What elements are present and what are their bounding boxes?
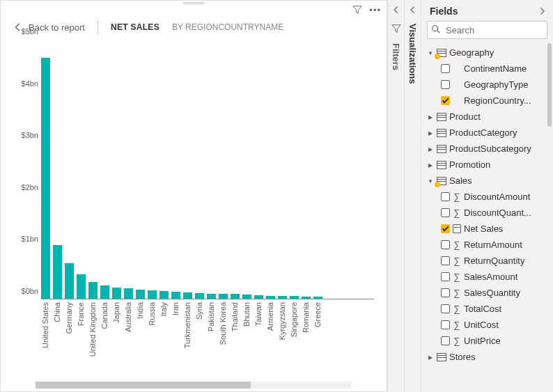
bar[interactable] xyxy=(124,288,133,299)
bar[interactable] xyxy=(65,263,74,299)
field-checkbox[interactable] xyxy=(441,288,450,297)
fields-header: Fields xyxy=(421,0,553,21)
field-checkbox[interactable] xyxy=(441,208,450,217)
bar[interactable] xyxy=(207,294,216,299)
filter-icon[interactable] xyxy=(352,5,362,15)
x-tick-label: Syria xyxy=(195,302,204,322)
bar[interactable] xyxy=(278,296,287,299)
sigma-icon: ∑ xyxy=(453,288,461,298)
field-salesAmount[interactable]: ∑SalesAmount xyxy=(421,269,553,285)
field-checkbox[interactable] xyxy=(441,96,450,105)
bar[interactable] xyxy=(195,293,204,299)
x-tick-label: Kyrgyzstan xyxy=(278,302,287,343)
bar[interactable] xyxy=(171,292,180,299)
field-discountQuant[interactable]: ∑DiscountQuant... xyxy=(421,205,553,221)
visualizations-rail[interactable]: Visualizations xyxy=(404,0,421,392)
field-checkbox[interactable] xyxy=(441,80,450,89)
field-checkbox[interactable] xyxy=(441,224,450,233)
x-tick-label: South Korea xyxy=(219,302,228,347)
bar[interactable] xyxy=(290,296,299,299)
more-options-icon[interactable]: ••• xyxy=(369,5,381,15)
field-label: DiscountQuant... xyxy=(464,207,553,218)
field-label: ReturnAmount xyxy=(464,240,553,250)
drag-handle-icon[interactable] xyxy=(183,2,204,4)
scrollbar-thumb[interactable] xyxy=(36,382,251,389)
bar[interactable] xyxy=(242,295,251,299)
field-continent[interactable]: ContinentName xyxy=(421,61,553,77)
field-checkbox[interactable] xyxy=(441,272,450,281)
table-promotion[interactable]: Promotion xyxy=(421,157,553,173)
x-tick-label: Pakistan xyxy=(207,302,216,334)
bar[interactable] xyxy=(53,245,62,299)
chevron-left-icon xyxy=(392,6,400,14)
x-tick-label: Germany xyxy=(65,302,74,336)
sigma-icon: ∑ xyxy=(453,256,461,266)
field-totalCost[interactable]: ∑TotalCost xyxy=(421,301,553,317)
x-tick-label: United States xyxy=(41,302,50,351)
bar[interactable] xyxy=(313,297,322,299)
field-label: SalesAmount xyxy=(464,272,553,282)
field-checkbox[interactable] xyxy=(441,192,450,201)
x-tick-label: Taiwan xyxy=(254,302,263,329)
bar[interactable] xyxy=(254,295,263,299)
bar[interactable] xyxy=(266,296,275,299)
field-checkbox[interactable] xyxy=(441,64,450,73)
bar[interactable] xyxy=(159,291,169,299)
bar[interactable] xyxy=(112,288,121,299)
horizontal-scrollbar[interactable] xyxy=(36,382,352,389)
field-returnQuantity[interactable]: ∑ReturnQuantity xyxy=(421,253,553,269)
bar[interactable] xyxy=(219,294,228,299)
field-region[interactable]: RegionCountry... xyxy=(421,93,553,109)
bar[interactable] xyxy=(88,282,98,299)
field-returnAmount[interactable]: ∑ReturnAmount xyxy=(421,237,553,253)
bar[interactable] xyxy=(41,58,50,299)
table-productCategory[interactable]: ProductCategory xyxy=(421,125,553,141)
bar[interactable] xyxy=(231,294,240,299)
table-icon xyxy=(437,353,446,361)
table-geography[interactable]: Geography xyxy=(421,45,553,61)
x-tick-label: Armenia xyxy=(266,302,275,334)
field-checkbox[interactable] xyxy=(441,304,450,313)
vertical-scrollbar-thumb[interactable] xyxy=(547,43,552,127)
table-productSubcategory[interactable]: ProductSubcategory xyxy=(421,141,553,157)
x-tick-label: Australia xyxy=(124,302,133,335)
chevron-down-icon xyxy=(427,178,434,185)
fields-tree: GeographyContinentNameGeographyTypeRegio… xyxy=(421,43,553,392)
field-checkbox[interactable] xyxy=(441,240,450,249)
field-unitCost[interactable]: ∑UnitCost xyxy=(421,317,553,333)
field-discountAmount[interactable]: ∑DiscountAmount xyxy=(421,189,553,205)
field-checkbox[interactable] xyxy=(441,336,450,345)
calculator-icon xyxy=(453,224,461,233)
field-label: GeographyType xyxy=(464,79,553,90)
filters-rail[interactable]: Filters xyxy=(387,0,404,392)
report-canvas: ••• Back to report NET SALES BY REGIONCO… xyxy=(0,0,387,392)
field-checkbox[interactable] xyxy=(441,256,450,265)
field-netSales[interactable]: Net Sales xyxy=(421,221,553,237)
chevron-right-icon[interactable] xyxy=(538,7,546,15)
table-sales[interactable]: Sales xyxy=(421,173,553,189)
breadcrumb-dimension: BY REGIONCOUNTRYNAME xyxy=(172,22,283,32)
field-label: ContinentName xyxy=(464,63,553,74)
chevron-down-icon xyxy=(427,49,434,56)
field-label: UnitPrice xyxy=(464,336,553,346)
search-input[interactable] xyxy=(427,21,547,39)
field-label: DiscountAmount xyxy=(464,191,553,202)
field-salesQuantity[interactable]: ∑SalesQuantity xyxy=(421,285,553,301)
table-product[interactable]: Product xyxy=(421,109,553,125)
visualizations-rail-label: Visualizations xyxy=(407,24,418,84)
bar[interactable] xyxy=(100,285,109,299)
bar[interactable] xyxy=(148,290,157,299)
field-unitPrice[interactable]: ∑UnitPrice xyxy=(421,333,553,349)
bar[interactable] xyxy=(77,274,86,299)
bar[interactable] xyxy=(183,292,192,299)
table-stores[interactable]: Stores xyxy=(421,349,553,365)
y-tick-label: $3bn xyxy=(13,131,38,139)
bar[interactable] xyxy=(302,297,311,299)
table-label: Promotion xyxy=(449,159,553,170)
table-label: Geography xyxy=(449,47,553,58)
bar[interactable] xyxy=(136,290,145,299)
table-label: ProductSubcategory xyxy=(449,143,553,154)
field-geotype[interactable]: GeographyType xyxy=(421,77,553,93)
field-checkbox[interactable] xyxy=(441,320,450,329)
table-label: Stores xyxy=(449,352,553,362)
